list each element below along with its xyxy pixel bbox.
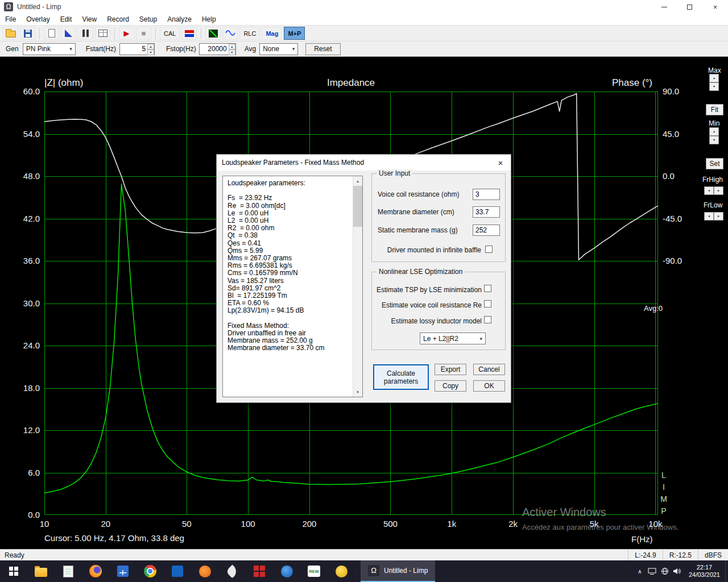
taskbar-notepad[interactable]: [55, 560, 82, 582]
spin-up-icon[interactable]: ▴: [147, 44, 154, 49]
tray-network-icon[interactable]: [659, 560, 671, 582]
spin-up-icon[interactable]: ▴: [229, 44, 235, 49]
avg-indicator: Avg:0: [644, 304, 663, 313]
pen-tool-button[interactable]: [61, 27, 76, 40]
level-meter-button[interactable]: [181, 27, 197, 40]
menu-help[interactable]: Help: [197, 14, 221, 25]
frlow-left-button[interactable]: ◂: [704, 212, 714, 221]
reset-button[interactable]: Reset: [305, 43, 340, 55]
tray-display-icon[interactable]: [646, 560, 659, 582]
cancel-button[interactable]: Cancel: [473, 364, 505, 375]
taskbar-red-grid-app[interactable]: [246, 560, 273, 582]
scroll-down-button[interactable]: ▾: [353, 387, 362, 397]
status-unit: dBFS: [698, 550, 728, 560]
x-tick-label: 1k: [437, 519, 466, 529]
avg-label: Avg: [245, 45, 256, 53]
taskbar-blue-app[interactable]: [164, 560, 191, 582]
max-up-button[interactable]: ▴: [709, 74, 719, 82]
inductor-model-value: Le + L2||R2: [423, 335, 458, 343]
taskbar-file-explorer[interactable]: [27, 560, 55, 582]
menu-record[interactable]: Record: [102, 14, 134, 25]
taskbar-rew[interactable]: REW: [300, 560, 328, 582]
mag-phase-button[interactable]: M+P: [284, 27, 305, 40]
max-down-button[interactable]: ▾: [709, 82, 719, 91]
infinite-baffle-checkbox[interactable]: [485, 246, 493, 253]
taskbar-active-task[interactable]: Ω Untitled - Limp: [361, 560, 435, 582]
averaging-combo[interactable]: None ▾: [259, 43, 298, 55]
status-left-level: L:-24.9: [628, 550, 662, 560]
frhigh-left-button[interactable]: ◂: [704, 186, 714, 195]
tray-volume-icon[interactable]: [671, 560, 684, 582]
save-button[interactable]: [20, 27, 35, 40]
lse-tsp-checkbox[interactable]: [484, 285, 491, 292]
start-measurement-button[interactable]: ▶: [119, 27, 134, 40]
frlow-right-button[interactable]: ▸: [714, 212, 723, 221]
menu-analyze[interactable]: Analyze: [162, 14, 197, 25]
dialog-close-button[interactable]: ×: [491, 155, 510, 170]
taskbar-quill-app[interactable]: [218, 560, 246, 582]
voice-coil-resistance-input[interactable]: [473, 189, 500, 200]
taskbar-yellow-app[interactable]: [328, 560, 355, 582]
signal-generator-button[interactable]: [222, 27, 238, 40]
spectrum-button[interactable]: [205, 27, 221, 40]
stop-measurement-button[interactable]: ■: [136, 27, 151, 40]
fit-button[interactable]: Fit: [706, 104, 723, 115]
orange-app-icon: [199, 566, 211, 577]
export-button[interactable]: Export: [435, 364, 466, 375]
taskbar-chrome[interactable]: [136, 560, 164, 582]
membrane-mass-input[interactable]: [473, 225, 500, 236]
parameters-textbox[interactable]: Loudspeaker parameters: Fs = 23.92 Hz Re…: [222, 176, 363, 397]
start-button[interactable]: [0, 560, 27, 582]
lse-re-checkbox[interactable]: [484, 300, 491, 307]
y-right-tick-label: 45.0: [663, 129, 679, 139]
min-down-button[interactable]: ▾: [709, 136, 719, 144]
generator-type-combo[interactable]: PN Pink ▾: [23, 43, 76, 55]
taskbar-blue-circle-app[interactable]: [273, 560, 300, 582]
menu-setup[interactable]: Setup: [134, 14, 162, 25]
minimize-button[interactable]: [651, 0, 677, 14]
magnitude-button[interactable]: Mag: [262, 27, 282, 40]
restore-button[interactable]: [677, 0, 702, 14]
menu-file[interactable]: File: [0, 14, 21, 25]
close-button[interactable]: ×: [702, 0, 728, 14]
spectrum-icon: [209, 30, 218, 38]
rlc-button[interactable]: RLC: [239, 27, 260, 40]
lse-inductor-checkbox[interactable]: [484, 316, 491, 323]
ok-button[interactable]: OK: [473, 380, 505, 392]
pause-button[interactable]: [78, 27, 93, 40]
parameters-text: Loudspeaker parameters: Fs = 23.92 Hz Re…: [228, 180, 324, 352]
fstop-input[interactable]: [200, 44, 229, 55]
membrane-diameter-input[interactable]: [473, 206, 500, 218]
calculate-parameters-button[interactable]: Calculate parameters: [373, 364, 429, 390]
dialog-titlebar[interactable]: Loudspeaker Parameters - Fixed Mass Meth…: [217, 155, 511, 171]
show-desktop-button[interactable]: [725, 560, 728, 582]
fstart-input[interactable]: [120, 44, 147, 55]
scrollbar-thumb[interactable]: [353, 186, 362, 227]
hidden-icons-chevron[interactable]: ∧: [634, 560, 646, 582]
table-view-button[interactable]: [95, 27, 110, 40]
toolbar-separator: [114, 28, 115, 39]
spin-down-icon[interactable]: ▾: [147, 49, 154, 55]
fstop-label: Fstop(Hz): [166, 45, 196, 53]
close-icon: ×: [713, 3, 718, 11]
menu-edit[interactable]: Edit: [55, 14, 77, 25]
copy-window-button[interactable]: [44, 27, 59, 40]
taskbar-orange-app[interactable]: [191, 560, 218, 582]
min-up-button[interactable]: ▴: [709, 127, 719, 136]
open-button[interactable]: [3, 27, 18, 40]
inductor-model-combo[interactable]: Le + L2||R2 ▾: [420, 332, 486, 344]
spin-down-icon[interactable]: ▾: [229, 49, 235, 55]
taskbar-firefox[interactable]: [82, 560, 109, 582]
frhigh-right-button[interactable]: ▸: [714, 186, 723, 195]
logo-letter: I: [660, 481, 668, 493]
menu-view[interactable]: View: [77, 14, 102, 25]
menu-overlay[interactable]: Overlay: [21, 14, 55, 25]
set-button[interactable]: Set: [706, 158, 723, 169]
copy-button[interactable]: Copy: [435, 380, 466, 392]
taskbar-calculator[interactable]: [109, 560, 136, 582]
parameters-scrollbar[interactable]: ▴ ▾: [353, 176, 362, 397]
calibrate-button[interactable]: CAL: [160, 27, 180, 40]
taskbar-clock[interactable]: 22:17 24/03/2021: [689, 564, 720, 579]
fstart-spinner: ▴▾: [147, 44, 154, 55]
scroll-up-button[interactable]: ▴: [353, 176, 362, 186]
